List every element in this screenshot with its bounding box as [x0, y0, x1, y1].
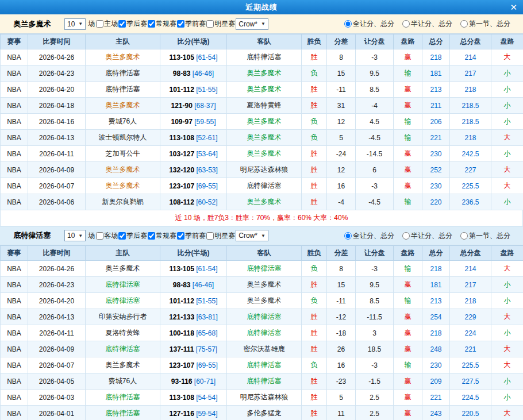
filter-checkbox[interactable]: 常规赛: [148, 231, 176, 241]
column-header: 让分盘: [356, 246, 394, 261]
score-cell: 137-111 [75-57]: [160, 341, 227, 357]
stat-type-radio[interactable]: 半让分、总分: [402, 231, 452, 241]
filter-checkbox[interactable]: 季前赛: [177, 231, 206, 241]
filter-checkbox[interactable]: 主场: [96, 19, 118, 29]
filter-bar: 底特律活塞 10▼ 场 客场季后赛常规赛季前赛明星赛 Crow*▼ 全让分、总分…: [0, 226, 523, 245]
filter-checkbox[interactable]: 明星赛: [206, 19, 235, 29]
filter-checkbox[interactable]: 明星赛: [206, 231, 235, 241]
checkbox-input[interactable]: [96, 232, 103, 240]
point-diff-cell: -11: [327, 82, 356, 98]
chevron-down-icon: ▼: [261, 21, 266, 26]
games-unit-label: 场: [88, 19, 95, 29]
handicap-line-cell: 9.5: [356, 65, 394, 82]
date-cell: 2026-04-26: [28, 261, 86, 277]
stat-type-radio[interactable]: 第一节、总分: [460, 231, 510, 241]
radio-input[interactable]: [460, 20, 468, 28]
section-orlando-magic: 奥兰多魔术 10▼ 场 主场季后赛常规赛季前赛明星赛 Crow*▼ 全让分、总分…: [0, 14, 523, 226]
checkbox-input[interactable]: [148, 232, 155, 240]
date-cell: 2026-04-09: [28, 341, 86, 357]
stat-type-radio[interactable]: 半让分、总分: [402, 19, 452, 29]
column-header: 比赛时间: [28, 246, 86, 261]
column-header: 主队: [86, 246, 160, 261]
result-cell: 胜: [302, 325, 327, 341]
score-cell: 121-133 [63-81]: [160, 309, 227, 325]
radio-label: 半让分、总分: [411, 19, 452, 29]
away-team-cell: 底特律活塞: [227, 373, 302, 390]
over-under-cell: 大: [491, 49, 523, 65]
point-diff-cell: 8: [327, 49, 356, 65]
column-header: 总分: [422, 246, 450, 261]
filter-checkbox[interactable]: 常规赛: [148, 19, 176, 29]
games-count-select[interactable]: 10▼: [64, 230, 86, 241]
game-row: NBA2026-04-26奥兰多魔术113-105 [61-54]底特律活塞负8…: [1, 261, 523, 277]
checkbox-input[interactable]: [118, 232, 126, 240]
total-points-cell: 230: [422, 146, 450, 162]
checkbox-input[interactable]: [177, 232, 184, 240]
bookmaker-select[interactable]: Crow*▼: [236, 18, 268, 30]
checkbox-input[interactable]: [177, 20, 184, 28]
point-diff-cell: -18: [327, 325, 356, 341]
stat-type-radio[interactable]: 第一节、总分: [460, 19, 510, 29]
date-cell: 2026-04-13: [28, 309, 86, 325]
close-icon[interactable]: ✕: [510, 0, 517, 14]
stat-type-radio[interactable]: 全让分、总分: [344, 231, 394, 241]
away-team-cell: 多伦多猛龙: [227, 406, 302, 420]
date-cell: 2026-04-16: [28, 114, 86, 130]
checkbox-input[interactable]: [206, 232, 214, 240]
over-under-cell: 大: [491, 357, 523, 373]
home-team-cell: 底特律活塞: [86, 277, 160, 293]
point-diff-cell: 12: [327, 162, 356, 178]
home-team-cell: 费城76人: [86, 373, 160, 390]
handicap-result-cell: 输: [394, 65, 422, 82]
filter-checkbox[interactable]: 季后赛: [118, 19, 147, 29]
score-cell: 98-83 [46-46]: [160, 277, 227, 293]
checkbox-input[interactable]: [118, 20, 126, 28]
home-team-cell: 底特律活塞: [86, 82, 160, 98]
date-cell: 2026-04-09: [28, 162, 86, 178]
point-diff-cell: -11: [327, 293, 356, 309]
half-score: [53-64]: [194, 150, 218, 158]
game-row: NBA2026-04-16费城76人109-97 [59-55]奥兰多魔术负12…: [1, 114, 523, 130]
home-team-cell: 奥兰多魔术: [86, 162, 160, 178]
full-score: 121-133: [169, 313, 194, 321]
radio-label: 全让分、总分: [353, 19, 394, 29]
radio-input[interactable]: [344, 232, 352, 240]
home-team-cell: 底特律活塞: [86, 390, 160, 406]
score-cell: 113-108 [54-54]: [160, 390, 227, 406]
away-team-cell: 密尔沃基雄鹿: [227, 341, 302, 357]
stat-type-radio[interactable]: 全让分、总分: [344, 19, 394, 29]
total-points-cell: 218: [422, 261, 450, 277]
full-score: 127-116: [169, 410, 194, 418]
point-diff-cell: 15: [327, 65, 356, 82]
filter-checkbox[interactable]: 季后赛: [118, 231, 147, 241]
games-count-select[interactable]: 10▼: [64, 18, 86, 30]
radio-input[interactable]: [460, 232, 468, 240]
column-header: 赛事: [1, 246, 28, 261]
league-cell: NBA: [1, 65, 28, 82]
radio-input[interactable]: [344, 20, 352, 28]
handicap-line-cell: -3: [356, 261, 394, 277]
game-row: NBA2026-04-18奥兰多魔术121-90 [68-37]夏洛特黄蜂胜31…: [1, 98, 523, 114]
date-cell: 2026-04-26: [28, 49, 86, 65]
full-score: 101-112: [169, 297, 194, 305]
games-unit-label: 场: [88, 231, 95, 241]
home-team-cell: 奥兰多魔术: [86, 98, 160, 114]
filter-checkbox[interactable]: 季前赛: [177, 19, 206, 29]
total-line-cell: 214: [450, 261, 491, 277]
checkbox-label: 客场: [104, 231, 118, 241]
checkbox-input[interactable]: [96, 20, 103, 28]
date-cell: 2026-04-23: [28, 65, 86, 82]
league-cell: NBA: [1, 178, 28, 194]
chevron-down-icon: ▼: [78, 21, 83, 26]
radio-input[interactable]: [402, 232, 410, 240]
radio-input[interactable]: [402, 20, 410, 28]
filter-checkbox[interactable]: 客场: [96, 231, 118, 241]
total-points-cell: 206: [422, 114, 450, 130]
full-score: 108-112: [169, 198, 194, 206]
checkbox-input[interactable]: [148, 20, 155, 28]
handicap-result-cell: 赢: [394, 146, 422, 162]
bookmaker-select[interactable]: Crow*▼: [236, 230, 268, 241]
home-team-cell: 奥兰多魔术: [86, 357, 160, 373]
checkbox-input[interactable]: [206, 20, 214, 28]
home-team-cell: 新奥尔良鹈鹕: [86, 194, 160, 210]
